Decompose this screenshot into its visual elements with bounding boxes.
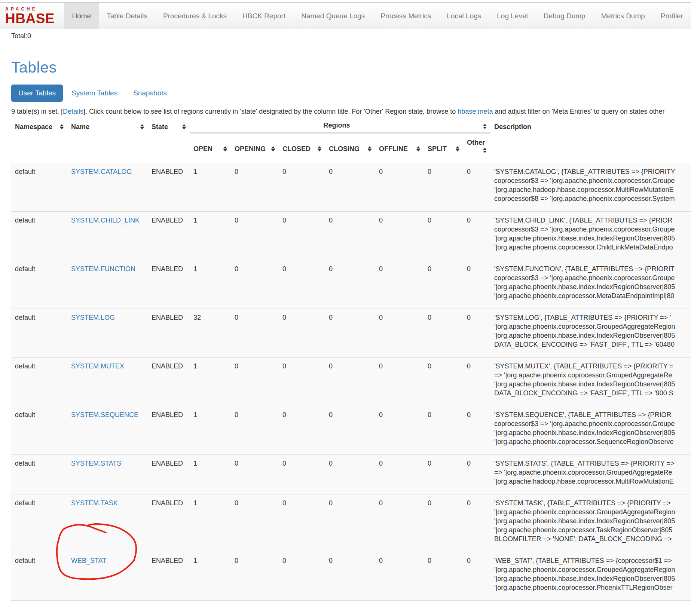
region-count-split[interactable]: 0 [424,494,463,552]
region-count-opening[interactable]: 0 [231,260,279,309]
sort-icon[interactable] [60,124,64,129]
col-header-closing[interactable]: CLOSING [325,133,375,163]
table-name-link-web-stat[interactable]: WEB_STAT [71,557,106,564]
region-count-closing[interactable]: 0 [325,358,375,406]
region-count-closed[interactable]: 0 [279,309,325,358]
col-header-open[interactable]: OPEN [190,133,231,163]
tab-user-tables[interactable]: User Tables [11,85,63,102]
region-count-closing[interactable]: 0 [325,260,375,309]
region-count-split[interactable]: 0 [424,212,463,260]
col-header-name[interactable]: Name [67,120,148,133]
region-count-open[interactable]: 1 [190,494,231,552]
nav-item-process-metrics[interactable]: Process Metrics [373,3,439,29]
col-group-header-regions[interactable]: Regions [190,120,490,133]
region-count-split[interactable]: 0 [424,358,463,406]
nav-item-procedures-locks[interactable]: Procedures & Locks [155,3,235,29]
table-name-link-system-catalog[interactable]: SYSTEM.CATALOG [71,168,132,175]
details-link[interactable]: Details [63,108,83,115]
region-count-offline[interactable]: 0 [375,406,424,455]
region-count-offline[interactable]: 0 [375,358,424,406]
region-count-open[interactable]: 1 [190,455,231,494]
region-count-opening[interactable]: 0 [231,212,279,260]
region-count-closed[interactable]: 0 [279,494,325,552]
region-count-offline[interactable]: 0 [375,552,424,601]
region-count-open[interactable]: 1 [190,358,231,406]
region-count-other[interactable]: 0 [463,406,490,455]
col-header-offline[interactable]: OFFLINE [375,133,424,163]
region-count-opening[interactable]: 0 [231,406,279,455]
region-count-split[interactable]: 0 [424,406,463,455]
nav-item-metrics-dump[interactable]: Metrics Dump [593,3,653,29]
region-count-offline[interactable]: 0 [375,455,424,494]
region-count-other[interactable]: 0 [463,163,490,212]
col-header-other[interactable]: Other [463,133,490,163]
nav-item-table-details[interactable]: Table Details [99,3,155,29]
tab-snapshots[interactable]: Snapshots [126,85,174,102]
region-count-opening[interactable]: 0 [231,163,279,212]
col-header-closed[interactable]: CLOSED [279,133,325,163]
region-count-split[interactable]: 0 [424,309,463,358]
region-count-opening[interactable]: 0 [231,494,279,552]
sort-icon[interactable] [483,124,487,129]
region-count-other[interactable]: 0 [463,309,490,358]
region-count-offline[interactable]: 0 [375,494,424,552]
sort-icon[interactable] [416,146,420,151]
region-count-offline[interactable]: 0 [375,309,424,358]
region-count-closing[interactable]: 0 [325,455,375,494]
region-count-offline[interactable]: 0 [375,163,424,212]
tab-system-tables[interactable]: System Tables [64,85,125,102]
nav-item-log-level[interactable]: Log Level [489,3,535,29]
sort-icon[interactable] [456,146,459,151]
region-count-split[interactable]: 0 [424,552,463,601]
region-count-closed[interactable]: 0 [279,455,325,494]
region-count-split[interactable]: 0 [424,260,463,309]
hbase-logo[interactable]: APACHE HBASE [0,3,64,29]
region-count-closing[interactable]: 0 [325,163,375,212]
nav-item-hbck-report[interactable]: HBCK Report [235,3,293,29]
region-count-offline[interactable]: 0 [375,260,424,309]
region-count-open[interactable]: 1 [190,212,231,260]
hbase-meta-link[interactable]: hbase:meta [458,108,493,115]
col-header-namespace[interactable]: Namespace [11,120,67,133]
region-count-other[interactable]: 0 [463,260,490,309]
nav-item-local-logs[interactable]: Local Logs [439,3,489,29]
region-count-other[interactable]: 0 [463,358,490,406]
table-name-link-system-stats[interactable]: SYSTEM.STATS [71,460,121,467]
col-header-split[interactable]: SPLIT [424,133,463,163]
region-count-closing[interactable]: 0 [325,406,375,455]
nav-item-home[interactable]: Home [64,3,99,29]
region-count-closing[interactable]: 0 [325,552,375,601]
table-name-link-system-child-link[interactable]: SYSTEM.CHILD_LINK [71,217,140,224]
nav-item-named-queue-logs[interactable]: Named Queue Logs [293,3,373,29]
table-name-link-system-sequence[interactable]: SYSTEM.SEQUENCE [71,411,138,419]
region-count-opening[interactable]: 0 [231,455,279,494]
region-count-closing[interactable]: 0 [325,494,375,552]
sort-icon[interactable] [368,146,372,151]
region-count-open[interactable]: 1 [190,406,231,455]
region-count-split[interactable]: 0 [424,455,463,494]
sort-icon[interactable] [271,146,275,151]
region-count-closing[interactable]: 0 [325,309,375,358]
region-count-other[interactable]: 0 [463,212,490,260]
sort-icon[interactable] [483,148,487,153]
nav-item-profiler[interactable]: Profiler [653,3,691,29]
region-count-open[interactable]: 1 [190,163,231,212]
region-count-closed[interactable]: 0 [279,163,325,212]
table-name-link-system-mutex[interactable]: SYSTEM.MUTEX [71,362,124,370]
region-count-opening[interactable]: 0 [231,552,279,601]
region-count-other[interactable]: 0 [463,552,490,601]
region-count-closed[interactable]: 0 [279,212,325,260]
sort-icon[interactable] [182,124,186,129]
region-count-open[interactable]: 1 [190,260,231,309]
region-count-closed[interactable]: 0 [279,406,325,455]
region-count-other[interactable]: 0 [463,494,490,552]
nav-item-debug-dump[interactable]: Debug Dump [536,3,593,29]
region-count-closed[interactable]: 0 [279,358,325,406]
table-name-link-system-task[interactable]: SYSTEM.TASK [71,499,118,507]
region-count-open[interactable]: 1 [190,552,231,601]
region-count-opening[interactable]: 0 [231,309,279,358]
sort-icon[interactable] [223,146,227,151]
table-name-link-system-log[interactable]: SYSTEM.LOG [71,314,115,321]
col-header-opening[interactable]: OPENING [231,133,279,163]
sort-icon[interactable] [318,146,321,151]
